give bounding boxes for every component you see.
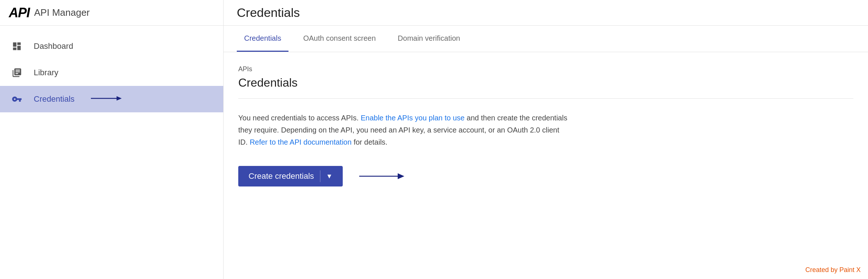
- breadcrumb-label: APIs: [238, 65, 252, 73]
- app-name: API Manager: [34, 7, 90, 18]
- breadcrumb: APIs: [238, 65, 853, 73]
- sidebar-item-credentials-label: Credentials: [34, 94, 74, 104]
- api-docs-link[interactable]: Refer to the API documentation: [250, 138, 352, 146]
- content-divider: [238, 98, 853, 99]
- content-heading: Credentials: [238, 76, 853, 90]
- page-title: Credentials: [237, 6, 300, 20]
- content-body: APIs Credentials You need credentials to…: [224, 52, 868, 279]
- description-part1: You need credentials to access APIs.: [238, 114, 361, 122]
- library-icon: [10, 68, 23, 78]
- svg-marker-3: [398, 173, 404, 179]
- key-icon: [10, 94, 23, 104]
- tabs-bar: Credentials OAuth consent screen Domain …: [224, 26, 868, 52]
- api-logo-text: API: [9, 5, 30, 21]
- app-container: API API Manager Credentials Dashboard: [0, 0, 868, 279]
- sidebar-item-library[interactable]: Library: [0, 59, 223, 86]
- dashboard-icon: [10, 41, 23, 51]
- description-part3: for details.: [352, 138, 387, 146]
- watermark: Created by Paint X: [805, 266, 861, 274]
- main-layout: Dashboard Library Credentials: [0, 26, 868, 279]
- credentials-arrow-annotation: [89, 94, 122, 104]
- button-arrow-annotation: [357, 170, 405, 183]
- content-area: Credentials OAuth consent screen Domain …: [224, 26, 868, 279]
- sidebar-item-dashboard-label: Dashboard: [34, 41, 73, 51]
- create-credentials-label: Create credentials: [249, 171, 314, 181]
- button-area: Create credentials ▼: [238, 166, 853, 186]
- svg-marker-1: [117, 96, 122, 101]
- enable-apis-link[interactable]: Enable the APIs you plan to use: [361, 114, 465, 122]
- sidebar-item-library-label: Library: [34, 68, 58, 77]
- tab-credentials[interactable]: Credentials: [237, 26, 288, 52]
- tab-oauth[interactable]: OAuth consent screen: [296, 26, 383, 52]
- header: API API Manager Credentials: [0, 0, 868, 26]
- sidebar-item-dashboard[interactable]: Dashboard: [0, 33, 223, 59]
- sidebar: Dashboard Library Credentials: [0, 26, 224, 279]
- api-logo: API API Manager: [9, 5, 90, 21]
- dropdown-arrow-icon: ▼: [326, 173, 333, 180]
- description-text: You need credentials to access APIs. Ena…: [238, 112, 568, 148]
- create-credentials-button[interactable]: Create credentials ▼: [238, 166, 343, 186]
- button-divider: [320, 170, 320, 182]
- header-right: Credentials: [224, 0, 868, 25]
- header-left: API API Manager: [0, 0, 224, 25]
- sidebar-item-credentials[interactable]: Credentials: [0, 86, 223, 112]
- tab-domain[interactable]: Domain verification: [390, 26, 467, 52]
